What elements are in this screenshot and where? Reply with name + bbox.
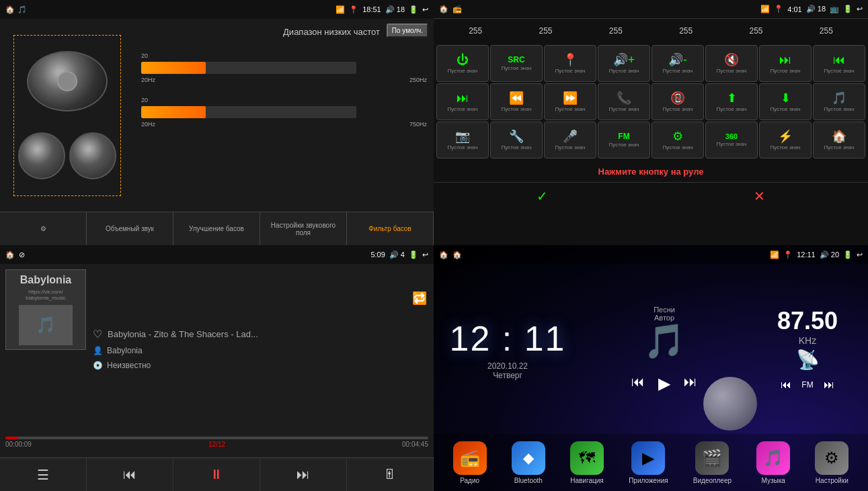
next-track-button[interactable]: ⏭ bbox=[260, 458, 347, 491]
btn-power-label: Пустое знач bbox=[448, 69, 478, 75]
btn-power[interactable]: ⏻Пустое знач bbox=[436, 45, 489, 82]
back-icon[interactable]: ↩ bbox=[422, 5, 428, 14]
back-icon[interactable]: ↩ bbox=[857, 5, 863, 13]
eq-sliders-area: 20 20Hz 250Hz 20 20Hz bbox=[134, 19, 434, 212]
home-icon[interactable]: 🏠 bbox=[5, 251, 15, 259]
favorite-icon[interactable]: ♡ bbox=[93, 328, 102, 341]
app-settings[interactable]: ⚙ Настройки bbox=[815, 441, 849, 484]
app-radio[interactable]: 📻 Радио bbox=[453, 441, 487, 484]
tab-bass-boost[interactable]: Улучшение басов bbox=[173, 212, 260, 245]
btn-eq2[interactable]: 🔧Пустое знач bbox=[490, 122, 543, 159]
fwd-icon: ⏭ bbox=[457, 91, 469, 105]
volume-icon: 🔊 18 bbox=[385, 5, 405, 14]
equalizer-icon: 🎚 bbox=[383, 467, 397, 482]
btn-settings-label: Пустое знач bbox=[663, 145, 693, 151]
slider2-track[interactable] bbox=[141, 106, 356, 118]
btn-fm[interactable]: FMПустое знач bbox=[598, 122, 650, 159]
playlist-button[interactable]: ☰ bbox=[0, 458, 87, 491]
radio-prev-button[interactable]: ⏮ bbox=[781, 379, 791, 391]
media-prev-button[interactable]: ⏮ bbox=[631, 374, 645, 393]
app-navigation[interactable]: 🗺 Навигация bbox=[570, 441, 604, 484]
track-title: Babylonia - Zito & The Shacers - Lad... bbox=[108, 329, 258, 339]
home-icon[interactable]: 🏠 bbox=[439, 251, 448, 259]
cancel-icon: ⊘ bbox=[19, 251, 25, 259]
album-art: Babylonia https://vk.com/ babylonia_musi… bbox=[5, 269, 86, 350]
btn-prev[interactable]: ⏮Пустое знач bbox=[813, 45, 865, 82]
vol-4: 255 bbox=[679, 26, 693, 36]
btn-mic[interactable]: 🎤Пустое знач bbox=[544, 122, 596, 159]
media-info: Песни Автор bbox=[654, 306, 675, 322]
home-screen-panel: 🏠 🏠 📶 📍 12:11 🔊 20 🔋 ↩ 12 : 11 2020.10.2… bbox=[434, 245, 868, 491]
tab-eq[interactable]: ⚙ bbox=[0, 212, 87, 245]
back-icon[interactable]: ↩ bbox=[422, 251, 428, 259]
media-next-button[interactable]: ⏭ bbox=[684, 374, 697, 393]
btn-rew[interactable]: ⏪Пустое знач bbox=[490, 83, 543, 120]
bluetooth-app-icon: ◆ bbox=[512, 441, 545, 475]
btn-call[interactable]: 📞Пустое знач bbox=[598, 83, 650, 120]
pause-button[interactable]: ⏸ bbox=[173, 458, 260, 491]
radio-frequency: 87.50 bbox=[777, 307, 838, 335]
btn-home2[interactable]: 🏠Пустое знач bbox=[813, 122, 865, 159]
btn-vol-up[interactable]: 🔊+Пустое знач bbox=[598, 45, 650, 82]
location-icon: 📍 bbox=[349, 5, 358, 14]
slider2-min: 20Hz bbox=[141, 121, 155, 128]
track-artist-row: 👤 Babylonia bbox=[93, 346, 428, 355]
btn-mute[interactable]: 🔇Пустое знач bbox=[705, 45, 758, 82]
btn-prev-label: Пустое знач bbox=[824, 69, 855, 75]
power-icon: ⏻ bbox=[457, 53, 469, 67]
speaker-box bbox=[13, 35, 121, 196]
app-bluetooth[interactable]: ◆ Bluetooth bbox=[512, 441, 545, 484]
btn-down[interactable]: ⬇Пустое знач bbox=[759, 83, 812, 120]
btn-up[interactable]: ⬆Пустое знач bbox=[705, 83, 758, 120]
app-applications[interactable]: ▶ Приложения bbox=[629, 441, 668, 484]
btn-music[interactable]: 🎵Пустое знач bbox=[813, 83, 865, 120]
tab-bass-filter[interactable]: Фильтр басов bbox=[347, 212, 434, 245]
progress-bar[interactable] bbox=[5, 437, 428, 439]
date-display: 2020.10.22 Четверг bbox=[487, 361, 528, 380]
btn-call-label: Пустое знач bbox=[609, 107, 639, 113]
btn-ff-label: Пустое знач bbox=[555, 107, 586, 113]
video-app-label: Видеоплеер bbox=[693, 477, 732, 484]
fm-label: FM bbox=[801, 380, 813, 390]
default-button[interactable]: По умолч. bbox=[387, 24, 428, 38]
btn-ff[interactable]: ⏩Пустое знач bbox=[544, 83, 596, 120]
btn-next[interactable]: ⏭Пустое знач bbox=[759, 45, 812, 82]
confirm-button[interactable]: ✓ bbox=[537, 188, 548, 204]
volume-sliders-row: 255 255 255 255 255 255 bbox=[434, 19, 868, 42]
btn-rew-label: Пустое знач bbox=[502, 107, 532, 113]
btn-vol-down[interactable]: 🔊-Пустое знач bbox=[652, 45, 704, 82]
back-icon[interactable]: ↩ bbox=[857, 251, 863, 259]
media-play-button[interactable]: ▶ bbox=[658, 374, 670, 393]
btn-cam[interactable]: 📷Пустое знач bbox=[436, 122, 489, 159]
slider-row-1: 20 20Hz 250Hz bbox=[141, 52, 427, 83]
btn-settings[interactable]: ⚙Пустое знач bbox=[652, 122, 704, 159]
steering-wheel-buttons-panel: 🏠 📻 📶 📍 4:01 🔊 18 📺 🔋 ↩ 255 255 255 255 … bbox=[434, 0, 868, 245]
volume-display: 🔊 4 bbox=[389, 251, 405, 259]
btn-gps[interactable]: 📍Пустое знач bbox=[544, 45, 596, 82]
home-icon[interactable]: 🏠 bbox=[5, 5, 15, 14]
bass-filter-panel: 🏠 🎵 📶 📍 18:51 🔊 18 🔋 ↩ Диапазон низких ч… bbox=[0, 0, 434, 245]
radio-next-button[interactable]: ⏭ bbox=[824, 379, 834, 391]
nav-app-icon: 🗺 bbox=[570, 441, 604, 475]
tab-soundfield-label: Настройки звукового поля bbox=[263, 222, 344, 236]
tab-surround[interactable]: Объемный звук bbox=[87, 212, 173, 245]
btn-bt[interactable]: ⚡Пустое знач bbox=[759, 122, 812, 159]
previous-button[interactable]: ⏮ bbox=[87, 458, 173, 491]
btn-src[interactable]: SRCПустое знач bbox=[490, 45, 543, 82]
prev-icon: ⏮ bbox=[833, 53, 845, 67]
app-video[interactable]: 🎬 Видеоплеер bbox=[693, 441, 732, 484]
slider1-track[interactable] bbox=[141, 62, 356, 74]
btn-fwd[interactable]: ⏭Пустое знач bbox=[436, 83, 489, 120]
btn-mic-label: Пустое знач bbox=[555, 145, 586, 151]
app-music[interactable]: 🎵 Музыка bbox=[756, 441, 790, 484]
btn-endcall[interactable]: 📵Пустое знач bbox=[652, 83, 704, 120]
repeat-button[interactable]: 🔁 bbox=[412, 291, 427, 306]
tab-soundfield[interactable]: Настройки звукового поля bbox=[260, 212, 347, 245]
cancel-button[interactable]: ✕ bbox=[754, 188, 765, 204]
app-dock: 📻 Радио ◆ Bluetooth 🗺 Навигация ▶ Прилож… bbox=[434, 434, 868, 491]
time-display: 5:09 bbox=[370, 251, 385, 259]
home-icon[interactable]: 🏠 bbox=[439, 5, 448, 13]
btn-bt-label: Пустое знач bbox=[771, 145, 801, 151]
btn-360[interactable]: 360Пустое знач bbox=[705, 122, 758, 159]
equalizer-button[interactable]: 🎚 bbox=[347, 458, 434, 491]
